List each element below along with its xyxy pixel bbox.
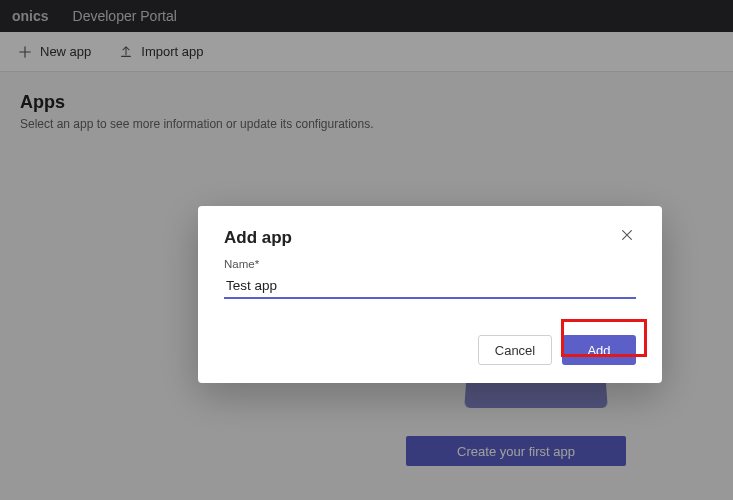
cancel-button[interactable]: Cancel <box>478 335 552 365</box>
name-input[interactable] <box>224 272 636 299</box>
close-icon <box>620 228 634 242</box>
close-button[interactable] <box>620 228 636 244</box>
dialog-header: Add app <box>224 228 636 248</box>
add-app-dialog: Add app Name* Cancel Add <box>198 206 662 383</box>
add-button[interactable]: Add <box>562 335 636 365</box>
dialog-actions: Cancel Add <box>224 335 636 365</box>
dialog-title: Add app <box>224 228 292 248</box>
name-field-label: Name* <box>224 258 636 270</box>
